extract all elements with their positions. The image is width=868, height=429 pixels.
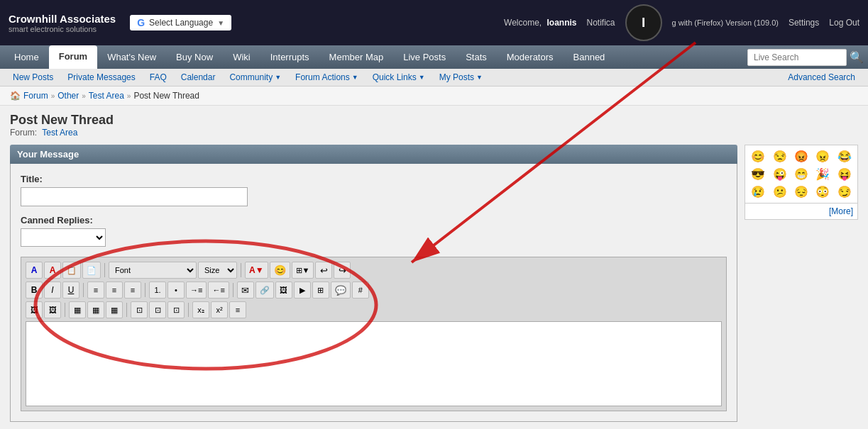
nav-moderators[interactable]: Moderators <box>497 46 564 68</box>
tb-media-btn[interactable]: ▶ <box>294 282 311 299</box>
title-input[interactable] <box>21 187 248 206</box>
tb-img-2-btn[interactable]: 🖼 <box>26 301 43 318</box>
nav-member-map[interactable]: Member Map <box>319 46 394 68</box>
browser-info: g with (Firefox) Version (109.0) <box>672 18 779 27</box>
nav-wiki[interactable]: Wiki <box>223 46 260 68</box>
tb-undo-btn[interactable]: ↩ <box>315 262 332 279</box>
breadcrumb: 🏠 Forum » Other » Test Area » Post New T… <box>0 87 868 106</box>
emoji-1[interactable]: 😊 <box>748 148 768 165</box>
nav-buy-now[interactable]: Buy Now <box>166 46 223 68</box>
subnav-calendar[interactable]: Calendar <box>174 69 223 86</box>
google-g-icon: G <box>137 17 145 28</box>
tb-underline-btn[interactable]: U <box>62 282 79 299</box>
emoji-4[interactable]: 😠 <box>813 148 833 165</box>
tb-sep-1 <box>104 263 105 277</box>
tb-highlight-btn[interactable]: A <box>44 262 61 279</box>
tb-ordered-list-btn[interactable]: 1. <box>149 282 166 299</box>
nav-banned[interactable]: Banned <box>564 46 615 68</box>
notifications-link[interactable]: Notifica <box>587 18 615 28</box>
breadcrumb-other[interactable]: Other <box>57 91 79 101</box>
subnav-faq[interactable]: FAQ <box>143 69 174 86</box>
quick-links-dropdown-icon: ▼ <box>419 74 425 81</box>
nav-home[interactable]: Home <box>4 46 49 68</box>
tb-bold-btn[interactable]: B <box>26 282 43 299</box>
google-translate-widget[interactable]: G Select Language ▼ <box>130 15 231 30</box>
emoji-15[interactable]: 😏 <box>835 184 855 200</box>
emoji-9[interactable]: 🎉 <box>813 166 833 182</box>
tb-sp-1-btn[interactable]: ⊡ <box>131 301 148 318</box>
tb-copy-btn[interactable]: 📋 <box>62 262 81 279</box>
tb-img-3-btn[interactable]: 🖼 <box>44 301 61 318</box>
tb-email-btn[interactable]: ✉ <box>237 282 254 299</box>
tb-unordered-list-btn[interactable]: • <box>167 282 185 299</box>
emoji-5[interactable]: 😂 <box>835 148 855 165</box>
subnav-forum-actions[interactable]: Forum Actions ▼ <box>288 69 366 86</box>
emoji-13[interactable]: 😔 <box>791 184 811 200</box>
subnav-community[interactable]: Community ▼ <box>222 69 288 86</box>
nav-live-posts[interactable]: Live Posts <box>393 46 456 68</box>
editor-textarea[interactable] <box>26 321 722 406</box>
advanced-search-link[interactable]: Advanced Search <box>781 69 862 86</box>
nav-whats-new[interactable]: What's New <box>97 46 166 68</box>
more-emojis-link[interactable]: [More] <box>745 204 858 220</box>
tb-outdent-btn[interactable]: ←≡ <box>208 282 229 299</box>
tb-align-center-btn[interactable]: ≡ <box>106 282 123 299</box>
tb-subscript-btn[interactable]: x₂ <box>192 301 209 318</box>
forum-name-link[interactable]: Test Area <box>42 128 77 138</box>
breadcrumb-forum[interactable]: Forum <box>23 91 48 101</box>
tb-text-color-btn[interactable]: A▼ <box>245 262 268 279</box>
emoji-6[interactable]: 😎 <box>748 166 768 182</box>
tb-col-3-btn[interactable]: ▦ <box>106 301 123 318</box>
live-search-input[interactable] <box>747 49 847 66</box>
emoji-3[interactable]: 😡 <box>791 148 811 165</box>
translate-arrow-icon: ▼ <box>217 19 224 27</box>
tb-sep-7 <box>126 303 127 317</box>
nav-interrupts[interactable]: Interrupts <box>260 46 319 68</box>
tb-code-btn[interactable]: # <box>352 282 369 299</box>
tb-justify-btn[interactable]: ≡ <box>229 301 246 318</box>
tb-paste-btn[interactable]: 📄 <box>82 262 101 279</box>
search-submit-button[interactable]: 🔍 <box>850 50 864 64</box>
tb-col-1-btn[interactable]: ▦ <box>69 301 86 318</box>
brand-tagline: smart electronic solutions <box>9 25 116 33</box>
tb-link-btn[interactable]: 🔗 <box>256 282 274 299</box>
tb-font-color-btn[interactable]: A <box>26 262 43 279</box>
emoji-8[interactable]: 😁 <box>791 166 811 182</box>
subnav-quick-links[interactable]: Quick Links ▼ <box>366 69 432 86</box>
emoji-7[interactable]: 😜 <box>769 166 789 182</box>
breadcrumb-test-area[interactable]: Test Area <box>89 91 124 101</box>
emoji-14[interactable]: 😳 <box>813 184 833 200</box>
toolbar-row-3: 🖼 🖼 ▦ ▦ ▦ ⊡ ⊡ ⊡ x₂ x² ≡ <box>26 301 722 318</box>
tb-emoji-btn[interactable]: 😊 <box>270 262 290 279</box>
subnav-private-messages[interactable]: Private Messages <box>60 69 142 86</box>
tb-col-2-btn[interactable]: ▦ <box>87 301 104 318</box>
emoji-10[interactable]: 😝 <box>835 166 855 182</box>
tb-align-right-btn[interactable]: ≡ <box>124 282 141 299</box>
tb-superscript-btn[interactable]: x² <box>211 301 228 318</box>
canned-replies-select[interactable] <box>21 228 106 247</box>
size-select[interactable]: Size 1 2 3 4 5 <box>198 262 237 279</box>
tb-italic-btn[interactable]: I <box>44 282 61 299</box>
emoji-11[interactable]: 😢 <box>748 184 768 200</box>
subnav-new-posts[interactable]: New Posts <box>6 69 60 86</box>
tb-sp-2-btn[interactable]: ⊡ <box>149 301 166 318</box>
title-group: Title: <box>21 174 727 206</box>
tb-table-btn[interactable]: ⊞▼ <box>292 262 314 279</box>
logout-link[interactable]: Log Out <box>829 18 859 28</box>
tb-image-btn[interactable]: 🖼 <box>275 282 292 299</box>
nav-stats[interactable]: Stats <box>456 46 497 68</box>
font-select[interactable]: Font Arial Times New Roman Courier New <box>109 262 197 279</box>
tb-quote-btn[interactable]: 💬 <box>331 282 351 299</box>
emoji-2[interactable]: 😒 <box>769 148 789 165</box>
emoji-12[interactable]: 😕 <box>769 184 789 200</box>
tb-align-left-btn[interactable]: ≡ <box>87 282 104 299</box>
canned-replies-group: Canned Replies: <box>21 215 727 247</box>
tb-indent-btn[interactable]: →≡ <box>186 282 207 299</box>
tb-grid-btn[interactable]: ⊞ <box>312 282 329 299</box>
forum-actions-dropdown-icon: ▼ <box>352 74 358 81</box>
settings-link[interactable]: Settings <box>789 18 819 28</box>
nav-forum[interactable]: Forum <box>49 45 97 69</box>
tb-redo-btn[interactable]: ↪ <box>334 262 351 279</box>
tb-sp-3-btn[interactable]: ⊡ <box>167 301 185 318</box>
subnav-my-posts[interactable]: My Posts ▼ <box>432 69 490 86</box>
